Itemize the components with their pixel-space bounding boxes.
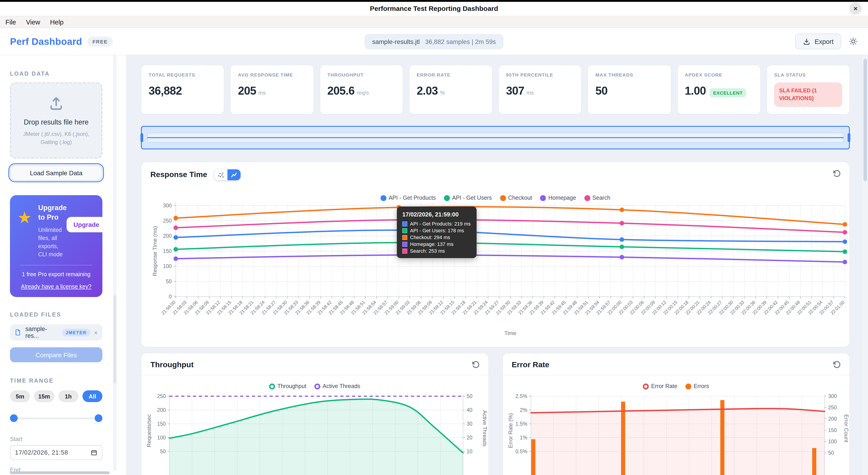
kpi-value: 1.00 <box>685 84 706 97</box>
slider-handle-start[interactable] <box>10 415 18 422</box>
svg-text:150: 150 <box>828 427 837 433</box>
load-data-heading: LOAD DATA <box>10 71 102 77</box>
compare-files-button[interactable]: Compare Files <box>10 348 102 362</box>
tooltip-series-value: Checkout: 294 ms <box>410 234 450 240</box>
kpi-card-6: MAX THREADS50 <box>588 65 672 115</box>
svg-text:30: 30 <box>467 421 472 427</box>
sidebar-scrollbar-thumb[interactable] <box>113 295 117 383</box>
window-close-button[interactable]: × <box>849 2 862 14</box>
loaded-file-item-name: sample-res... <box>25 326 58 339</box>
svg-text:Error Count: Error Count <box>843 414 849 442</box>
brush-overview-line <box>147 137 843 138</box>
preset-1h[interactable]: 1h <box>58 390 79 402</box>
legend-item-errors[interactable]: Errors <box>685 383 709 389</box>
legend-swatch <box>314 383 320 389</box>
svg-text:50: 50 <box>828 450 834 456</box>
upgrade-card: ★ Upgrade to Pro Unlimited files, all ex… <box>10 195 102 297</box>
svg-text:Error Rate (%): Error Rate (%) <box>507 413 513 448</box>
brush-handle-left[interactable] <box>141 133 143 142</box>
kpi-unit: req/s <box>357 90 369 96</box>
kpi-value: 2.03 <box>417 84 438 97</box>
throughput-card: Throughput ThroughputActive Threads 5010… <box>141 353 489 475</box>
kpi-card-8: SLA STATUSSLA FAILED (1 VIOLATIONS) <box>767 65 850 115</box>
time-brush[interactable] <box>141 126 850 150</box>
slider-handle-end[interactable] <box>95 415 102 422</box>
svg-text:250: 250 <box>157 393 166 399</box>
brush-handle-right[interactable] <box>847 133 850 142</box>
svg-text:40: 40 <box>467 407 472 413</box>
remove-file-button[interactable]: × <box>94 329 98 337</box>
sla-status-badge: SLA FAILED (1 VIOLATIONS) <box>774 83 842 107</box>
file-dropzone[interactable]: Drop results file here JMeter (.jtl/.csv… <box>10 83 102 158</box>
sidebar-hscrollbar-thumb[interactable] <box>10 471 110 474</box>
reset-zoom-button[interactable] <box>471 360 480 371</box>
tooltip-series-swatch <box>402 248 407 253</box>
title-bar: Performance Test Reporting Dashboard × <box>0 0 868 16</box>
star-icon: ★ <box>17 210 32 226</box>
svg-text:Requests/sec: Requests/sec <box>146 414 152 447</box>
svg-text:0.5%: 0.5% <box>515 448 527 454</box>
legend-item-throughput[interactable]: Throughput <box>269 383 306 389</box>
response-time-card: Response Time <box>141 162 850 347</box>
legend-item-active-threads[interactable]: Active Threads <box>314 383 360 389</box>
legend-label: Error Rate <box>651 383 677 389</box>
slider-track[interactable] <box>10 418 102 419</box>
error-rate-chart[interactable]: 0.5%1%1.5%2%2.5%50100150200250300Error R… <box>506 392 850 475</box>
reset-zoom-button[interactable] <box>832 169 841 179</box>
kpi-row: TOTAL REQUESTS36,882AVG RESPONSE TIME205… <box>141 65 850 115</box>
kpi-card-1: TOTAL REQUESTS36,882 <box>141 65 224 115</box>
tooltip-series-value: Search: 253 ms <box>410 248 445 254</box>
reset-zoom-button[interactable] <box>832 360 841 371</box>
legend-swatch <box>643 383 649 389</box>
load-sample-data-button[interactable]: Load Sample Data <box>10 165 102 181</box>
legend-item-error-rate[interactable]: Error Rate <box>643 383 677 389</box>
svg-text:50: 50 <box>467 393 472 399</box>
preset-15m[interactable]: 15m <box>34 390 54 402</box>
throughput-title: Throughput <box>150 360 194 370</box>
kpi-label: TOTAL REQUESTS <box>149 72 217 77</box>
calendar-icon[interactable] <box>91 449 97 456</box>
app-window: Performance Test Reporting Dashboard × F… <box>0 0 868 475</box>
svg-text:50: 50 <box>160 448 166 454</box>
preset-all[interactable]: All <box>83 390 103 402</box>
svg-text:50: 50 <box>166 279 172 284</box>
upgrade-button[interactable]: Upgrade <box>67 217 106 232</box>
time-range-slider[interactable] <box>10 415 102 422</box>
menu-item-view[interactable]: View <box>26 18 40 26</box>
loaded-files-heading: LOADED FILES <box>10 312 102 318</box>
kpi-card-7: APDEX SCORE1.00EXCELLENT <box>677 65 761 115</box>
card-divider <box>141 375 488 375</box>
preset-5m[interactable]: 5m <box>10 390 30 402</box>
throughput-chart[interactable]: 501001502002501020304050Requests/secActi… <box>145 392 488 475</box>
start-datetime-value: 17/02/2026, 21:58 <box>15 449 68 456</box>
menu-item-help[interactable]: Help <box>50 18 64 26</box>
export-label: Export <box>814 38 834 45</box>
menu-item-file[interactable]: File <box>5 18 16 26</box>
export-button[interactable]: Export <box>795 33 841 50</box>
chart-mode-toggle <box>215 169 241 180</box>
loaded-file-meta: 36,882 samples | 2m 59s <box>425 38 496 45</box>
tooltip-series-swatch <box>402 235 407 240</box>
start-datetime-input[interactable]: 17/02/2026, 21:58 <box>10 445 102 460</box>
theme-toggle-button[interactable] <box>848 37 858 46</box>
legend-label: Errors <box>693 383 709 389</box>
svg-text:200: 200 <box>157 407 166 413</box>
kpi-value: 205.6 <box>327 84 354 97</box>
kpi-label: AVG RESPONSE TIME <box>238 72 306 77</box>
legend-swatch <box>269 383 275 389</box>
svg-text:0: 0 <box>169 294 172 299</box>
license-key-link[interactable]: Already have a license key? <box>17 284 95 290</box>
scatter-mode-button[interactable] <box>215 169 228 180</box>
card-divider <box>503 375 849 375</box>
svg-text:150: 150 <box>157 421 166 427</box>
scatter-icon <box>218 171 224 178</box>
response-time-chart[interactable]: 05010015020025030021:58:0021:58:0321:58:… <box>150 194 847 339</box>
sidebar-scrollbar-track[interactable] <box>113 55 117 471</box>
tooltip-series-swatch <box>402 228 407 233</box>
main-scrollbar-thumb[interactable] <box>864 59 867 181</box>
line-mode-button[interactable] <box>228 169 241 180</box>
kpi-label: 95TH PERCENTILE <box>506 72 574 77</box>
upgrade-title: Upgrade to Pro <box>38 203 67 222</box>
svg-text:1.5%: 1.5% <box>515 421 527 427</box>
upload-icon <box>48 95 65 112</box>
